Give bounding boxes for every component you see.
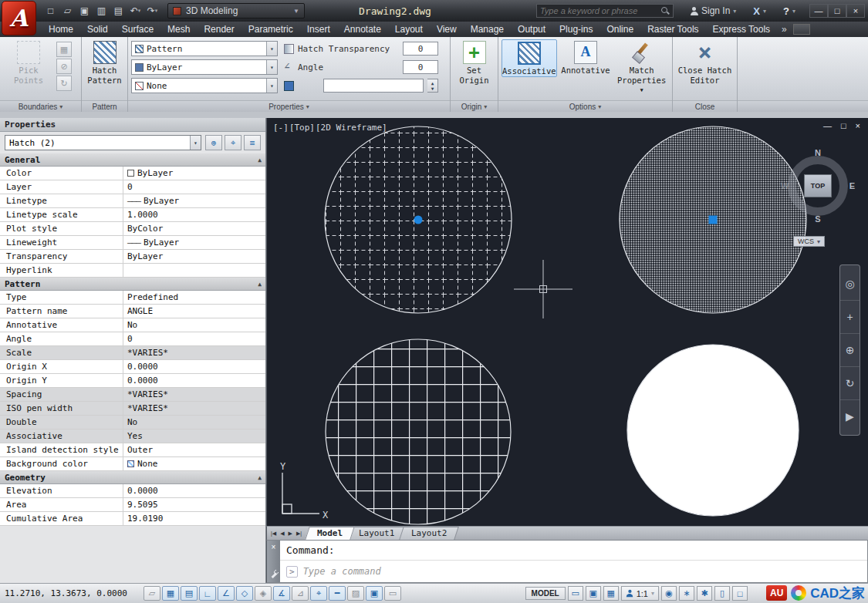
search-icon[interactable] [661, 7, 670, 15]
property-value[interactable]: ANGLE [123, 305, 265, 318]
associative-button[interactable]: Associative [502, 39, 557, 77]
close-icon[interactable]: × [272, 544, 276, 551]
dynamic-ucs-toggle[interactable]: ⊿ [292, 586, 309, 601]
select-boundary-objects-button[interactable]: ▦ [56, 42, 72, 57]
remove-boundary-objects-button[interactable]: ⊘ [56, 59, 72, 74]
pan-button[interactable]: + [840, 301, 860, 334]
exchange-apps-button[interactable]: X ▾ [753, 5, 766, 17]
lineweight-toggle[interactable]: ━ [329, 586, 346, 601]
tab-online[interactable]: Online [599, 22, 640, 36]
minimize-button[interactable]: — [809, 4, 828, 18]
tab-surface[interactable]: Surface [115, 22, 160, 36]
tab-view[interactable]: View [430, 22, 464, 36]
open-button[interactable]: ▱ [60, 3, 75, 19]
coordinate-readout[interactable]: 11.2710, 13.3673, 0.0000 [5, 588, 140, 598]
recreate-boundary-button[interactable]: ↻ [56, 76, 72, 91]
property-value[interactable]: 19.0190 [123, 512, 265, 525]
model-space-button[interactable]: ▭ [568, 586, 583, 601]
quick-view-layouts-button[interactable]: ▣ [586, 586, 601, 601]
property-value[interactable]: ByColor [123, 222, 265, 235]
tab-manage[interactable]: Manage [464, 22, 511, 36]
property-value[interactable]: ByLayer [123, 250, 265, 263]
property-value[interactable]: Outer [123, 443, 265, 456]
section-header-pattern[interactable]: Pattern▲ [0, 278, 265, 291]
property-value[interactable]: 0.0000 [123, 360, 265, 373]
property-value[interactable]: 1.0000 [123, 208, 265, 221]
match-properties-button[interactable]: Match Properties ▾ [614, 39, 669, 95]
dynamic-input-toggle[interactable]: ⌖ [310, 586, 327, 601]
palette-title[interactable]: Properties [0, 118, 265, 132]
select-objects-button[interactable]: ⌖ [225, 135, 241, 150]
selection-cycling-toggle[interactable]: ▭ [384, 586, 401, 601]
zoom-button[interactable]: ⊕ [840, 334, 860, 367]
grid-display-toggle[interactable]: ▤ [181, 586, 198, 601]
ortho-mode-toggle[interactable]: ∟ [199, 586, 216, 601]
viewcube-south[interactable]: S [815, 214, 820, 224]
property-value[interactable]: Yes [123, 430, 265, 443]
collapse-icon[interactable]: ▲ [258, 157, 262, 163]
tab-render[interactable]: Render [197, 22, 241, 36]
toolbar-lock-button[interactable]: ▯ [714, 586, 730, 601]
property-value[interactable]: 0 [123, 180, 265, 194]
auto-annotate-button[interactable]: ∗ [679, 586, 694, 601]
application-menu-button[interactable]: A [2, 1, 36, 35]
infer-constraints-toggle[interactable]: ▱ [144, 586, 160, 601]
panel-label-origin[interactable]: Origin▾ [451, 100, 498, 112]
property-value[interactable]: ByLayer [123, 167, 265, 180]
viewport-close-icon[interactable]: × [856, 121, 860, 130]
close-button[interactable]: × [846, 4, 865, 18]
set-origin-button[interactable]: Set Origin [454, 39, 495, 85]
property-value[interactable]: *VARIES* [123, 346, 265, 359]
plot-button[interactable]: ▤ [111, 3, 126, 19]
scale-spinner[interactable]: ▲▼ [427, 79, 438, 93]
pickadd-toggle-button[interactable]: ⊕ [205, 135, 222, 150]
steering-wheel-button[interactable]: ◎ [840, 268, 860, 301]
search-input[interactable] [540, 6, 658, 15]
collapse-icon[interactable]: ▲ [258, 281, 262, 288]
viewport-minimize-icon[interactable]: — [823, 121, 832, 130]
snap-mode-toggle[interactable]: ▦ [162, 586, 179, 601]
tab-layout1[interactable]: Layout1 [347, 527, 407, 540]
object-snap-toggle[interactable]: ◇ [236, 586, 253, 601]
property-value[interactable]: Predefined [123, 291, 265, 304]
tab-mesh[interactable]: Mesh [160, 22, 197, 36]
tab-nav-arrow-0[interactable]: |◀ [269, 531, 278, 537]
section-header-general[interactable]: General▲ [0, 153, 265, 167]
background-color-select[interactable]: None [131, 78, 278, 93]
hatch-scale-input[interactable] [323, 79, 424, 93]
property-value[interactable]: None [123, 457, 265, 470]
annotation-scale-button[interactable]: 1:1 ▾ [621, 586, 659, 601]
tab-raster-tools[interactable]: Raster Tools [640, 22, 705, 36]
hatch-transparency-input[interactable]: 0 [403, 42, 438, 56]
hatch-color-select[interactable]: ByLayer [131, 59, 278, 75]
object-type-selector[interactable]: Hatch (2) [5, 135, 201, 150]
panel-label-options[interactable]: Options▾ [498, 100, 672, 112]
sign-in-button[interactable]: Sign In ▾ [691, 5, 736, 16]
hatch-origin-marker[interactable] [709, 216, 718, 224]
redo-button[interactable]: ↷▾ [145, 3, 160, 19]
annotative-button[interactable]: Annotative [559, 39, 613, 76]
viewcube-west[interactable]: W [781, 181, 789, 190]
viewport-menu[interactable]: [-] [273, 123, 289, 133]
visual-style-control[interactable]: [2D Wireframe] [316, 123, 387, 133]
polar-tracking-toggle[interactable]: ∠ [218, 586, 235, 601]
3d-object-snap-toggle[interactable]: ◈ [255, 586, 272, 601]
tab-plug-ins[interactable]: Plug-ins [552, 22, 599, 36]
view-control[interactable]: [Top] [289, 123, 315, 133]
section-header-geometry[interactable]: Geometry▲ [0, 471, 265, 484]
quick-view-drawings-button[interactable]: ▦ [603, 586, 619, 601]
panel-label-pattern[interactable]: Pattern [82, 100, 127, 112]
help-button[interactable]: ? ▾ [783, 5, 795, 17]
transparency-toggle[interactable]: ▨ [347, 586, 364, 601]
ribbon-display-toggle[interactable] [793, 24, 810, 35]
tab-model[interactable]: Model [305, 527, 355, 540]
tab-parametric[interactable]: Parametric [241, 22, 300, 36]
annotation-visibility-button[interactable]: ◉ [661, 586, 677, 601]
property-value[interactable]: No [123, 318, 265, 332]
quick-select-button[interactable]: ≡ [244, 135, 261, 150]
panel-label-properties[interactable]: Properties▾ [128, 100, 450, 112]
tab-nav-arrow-1[interactable]: ◀ [279, 531, 285, 537]
wcs-selector[interactable]: WCS ▾ [793, 236, 825, 247]
workspace-selector[interactable]: 3D Modeling ▼ [167, 3, 305, 19]
property-value[interactable]: 9.5095 [123, 498, 265, 511]
